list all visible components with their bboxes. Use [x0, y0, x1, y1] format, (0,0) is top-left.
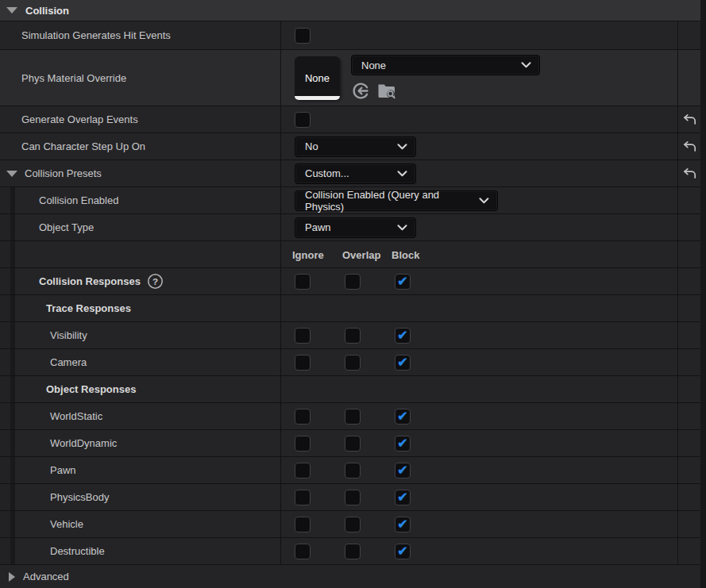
ignore-checkbox[interactable]	[295, 409, 311, 425]
row-vehicle: Vehicle	[0, 511, 700, 538]
overlap-checkbox[interactable]	[345, 544, 361, 559]
row-camera: Camera	[0, 349, 700, 376]
asset-color-bar	[295, 96, 340, 100]
property-label: Collision Presets	[25, 167, 102, 179]
dropdown-value: Pawn	[305, 221, 331, 233]
block-checkbox[interactable]	[395, 409, 411, 425]
ignore-checkbox[interactable]	[295, 328, 311, 344]
category-header-collision[interactable]: Collision	[0, 0, 700, 21]
category-expander-icon[interactable]	[6, 7, 17, 13]
ignore-checkbox[interactable]	[295, 436, 311, 452]
row-phys-material-override: Phys Material Override None None	[0, 50, 700, 106]
property-label: Collision Responses	[39, 275, 141, 287]
reset-to-default-icon[interactable]	[681, 112, 698, 128]
block-checkbox[interactable]	[395, 274, 411, 290]
collision-presets-expander-icon[interactable]	[6, 171, 17, 177]
dropdown-value: No	[305, 140, 318, 152]
row-worlddynamic: WorldDynamic	[0, 430, 700, 457]
indent-rail	[0, 376, 15, 402]
row-response-column-headers: Ignore Overlap Block	[0, 241, 700, 268]
indent-rail	[0, 268, 15, 294]
chevron-down-icon	[479, 198, 489, 204]
block-checkbox[interactable]	[395, 544, 411, 559]
indent-rail	[0, 511, 15, 537]
block-checkbox[interactable]	[395, 490, 411, 505]
property-label: Vehicle	[15, 511, 280, 537]
asset-dropdown-value: None	[361, 60, 386, 71]
row-trace-responses: Trace Responses	[0, 295, 700, 322]
reset-to-default-icon[interactable]	[681, 139, 698, 155]
collision-details-panel: Collision Simulation Generates Hit Event…	[0, 0, 706, 588]
property-label: WorldStatic	[15, 403, 280, 429]
reset-column	[677, 21, 700, 49]
block-checkbox[interactable]	[395, 517, 411, 532]
overlap-checkbox[interactable]	[345, 436, 361, 452]
chevron-down-icon	[397, 225, 407, 231]
overlap-checkbox[interactable]	[345, 463, 361, 478]
indent-rail	[0, 538, 15, 564]
property-label: Simulation Generates Hit Events	[0, 21, 280, 49]
ignore-checkbox[interactable]	[295, 274, 311, 290]
row-advanced[interactable]: Advanced	[0, 565, 700, 588]
phys-material-asset-dropdown[interactable]: None	[351, 55, 540, 75]
indent-rail	[0, 187, 15, 213]
block-checkbox[interactable]	[395, 436, 411, 452]
row-generate-overlap-events: Generate Overlap Events	[0, 106, 700, 133]
column-header-overlap: Overlap	[342, 248, 380, 260]
can-character-step-up-on-dropdown[interactable]: No	[295, 136, 416, 157]
overlap-checkbox[interactable]	[345, 274, 361, 290]
row-object-type: Object Type Pawn	[0, 214, 700, 241]
property-label: Phys Material Override	[0, 50, 280, 106]
block-checkbox[interactable]	[395, 463, 411, 478]
row-object-responses: Object Responses	[0, 376, 700, 403]
row-can-character-step-up-on: Can Character Step Up On No	[0, 133, 700, 160]
indent-rail	[0, 484, 15, 510]
asset-thumbnail[interactable]: None	[295, 56, 340, 100]
reset-to-default-icon[interactable]	[681, 166, 698, 182]
ignore-checkbox[interactable]	[295, 463, 311, 478]
property-label: Can Character Step Up On	[0, 133, 280, 159]
overlap-checkbox[interactable]	[345, 490, 361, 505]
svg-text:?: ?	[152, 277, 158, 286]
overlap-checkbox[interactable]	[345, 328, 361, 344]
advanced-expander-icon[interactable]	[9, 572, 15, 582]
ignore-checkbox[interactable]	[295, 544, 311, 559]
property-label: Pawn	[15, 457, 280, 483]
asset-thumbnail-label: None	[305, 72, 330, 84]
chevron-down-icon	[397, 144, 407, 150]
ignore-checkbox[interactable]	[295, 490, 311, 505]
generate-overlap-events-checkbox[interactable]	[295, 112, 311, 128]
category-title: Collision	[25, 5, 69, 17]
column-header-block: Block	[392, 248, 419, 260]
row-pawn: Pawn	[0, 457, 700, 484]
chevron-down-icon	[397, 171, 407, 177]
ignore-checkbox[interactable]	[295, 355, 311, 371]
row-worldstatic: WorldStatic	[0, 403, 700, 430]
section-label: Object Responses	[15, 376, 280, 402]
indent-rail	[0, 403, 15, 429]
help-icon[interactable]: ?	[147, 273, 164, 290]
block-checkbox[interactable]	[395, 328, 411, 344]
block-checkbox[interactable]	[395, 355, 411, 371]
overlap-checkbox[interactable]	[345, 355, 361, 371]
object-type-dropdown[interactable]: Pawn	[295, 217, 416, 238]
chevron-down-icon	[521, 62, 531, 68]
ignore-checkbox[interactable]	[295, 517, 311, 532]
advanced-label: Advanced	[23, 571, 69, 582]
indent-rail	[0, 349, 15, 375]
property-label: WorldDynamic	[15, 430, 280, 456]
indent-rail	[0, 322, 15, 348]
simulation-generates-hit-events-checkbox[interactable]	[295, 28, 311, 44]
row-simulation-generates-hit-events: Simulation Generates Hit Events	[0, 21, 700, 50]
overlap-checkbox[interactable]	[345, 409, 361, 425]
overlap-checkbox[interactable]	[345, 517, 361, 532]
indent-rail	[0, 457, 15, 483]
collision-presets-dropdown[interactable]: Custom...	[295, 163, 416, 184]
dropdown-value: Collision Enabled (Query and Physics)	[305, 189, 479, 213]
property-label: Collision Enabled	[15, 187, 280, 213]
property-label: PhysicsBody	[15, 484, 280, 510]
browse-to-asset-icon[interactable]	[377, 83, 397, 100]
collision-enabled-dropdown[interactable]: Collision Enabled (Query and Physics)	[295, 190, 498, 211]
row-visibility: Visibility	[0, 322, 700, 349]
use-selected-asset-icon[interactable]	[351, 82, 369, 100]
